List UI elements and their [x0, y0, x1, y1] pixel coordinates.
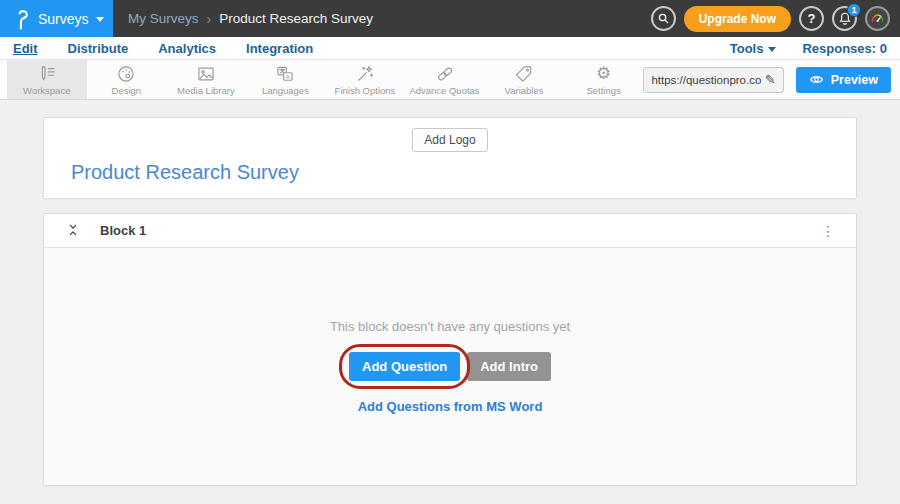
tools-label: Tools [730, 41, 764, 56]
tool-advance-quotas[interactable]: Advance Quotas [405, 60, 485, 99]
notification-badge: 1 [847, 3, 861, 17]
breadcrumb-separator-icon: › [207, 11, 212, 27]
palette-icon [116, 64, 136, 84]
tool-variables[interactable]: Variables [484, 60, 564, 99]
tool-workspace[interactable]: Workspace [7, 60, 87, 99]
block-menu-kebab-icon[interactable]: ⋮ [821, 224, 835, 238]
add-questions-from-ms-word-link[interactable]: Add Questions from MS Word [358, 399, 543, 414]
chain-link-icon [435, 64, 455, 84]
survey-tabs-bar: Edit Distribute Analytics Integration To… [0, 37, 900, 60]
block-empty-state: This block doesn't have any questions ye… [44, 248, 856, 485]
add-logo-button[interactable]: Add Logo [412, 128, 487, 152]
top-header-bar: Surveys My Surveys › Product Research Su… [0, 0, 900, 37]
editor-toolbar: Workspace Design Media Library [0, 60, 900, 100]
upgrade-now-button[interactable]: Upgrade Now [684, 6, 791, 32]
survey-url-box: ✎ [643, 67, 783, 93]
app-label: Surveys [38, 11, 89, 27]
block-header: Block 1 ⋮ [44, 214, 856, 248]
tag-icon [514, 64, 534, 84]
breadcrumb: My Surveys › Product Research Survey [128, 11, 373, 27]
edit-url-pencil-icon[interactable]: ✎ [765, 72, 776, 87]
tool-design[interactable]: Design [87, 60, 167, 99]
notifications-button[interactable]: 1 [832, 6, 857, 31]
questionpro-logo-icon [16, 8, 31, 30]
collapse-block-button[interactable] [65, 223, 81, 239]
responses-count[interactable]: Responses: 0 [802, 41, 887, 56]
help-icon: ? [808, 11, 816, 26]
tool-finish-options[interactable]: Finish Options [325, 60, 405, 99]
add-intro-button[interactable]: Add Intro [467, 352, 551, 381]
tab-analytics[interactable]: Analytics [158, 41, 216, 56]
tab-distribute[interactable]: Distribute [68, 41, 129, 56]
tab-edit[interactable]: Edit [13, 41, 38, 56]
block-name[interactable]: Block 1 [100, 223, 146, 238]
collapse-vertical-icon [66, 223, 80, 237]
survey-canvas: Add Logo Product Research Survey Block 1… [0, 100, 900, 504]
help-button[interactable]: ? [799, 6, 824, 31]
tool-settings[interactable]: ⚙ Settings [564, 60, 644, 99]
nav-right-group: Tools Responses: 0 [730, 41, 887, 56]
image-icon [196, 64, 216, 84]
tool-media-library[interactable]: Media Library [166, 60, 246, 99]
survey-url-input[interactable] [651, 74, 760, 86]
caret-down-icon [768, 47, 776, 52]
gear-icon: ⚙ [596, 64, 611, 84]
breadcrumb-current-survey: Product Research Survey [219, 11, 373, 26]
block-actions: Add Question Add Intro [349, 352, 551, 381]
caret-down-icon [96, 17, 104, 22]
surveys-product-menu[interactable]: Surveys [0, 0, 113, 37]
translate-icon: A [275, 64, 295, 84]
tool-languages[interactable]: A Languages [246, 60, 326, 99]
survey-header-card: Add Logo Product Research Survey [43, 117, 857, 199]
magic-wand-icon [355, 64, 375, 84]
breadcrumb-my-surveys[interactable]: My Surveys [128, 11, 199, 26]
search-button[interactable] [651, 6, 676, 31]
empty-block-message: This block doesn't have any questions ye… [330, 319, 570, 334]
header-actions: Upgrade Now ? 1 [651, 6, 900, 32]
eye-icon [809, 74, 824, 85]
workspace-icon [37, 64, 57, 84]
survey-title[interactable]: Product Research Survey [71, 161, 856, 184]
account-avatar[interactable] [865, 6, 890, 31]
preview-button[interactable]: Preview [796, 67, 891, 93]
tools-menu[interactable]: Tools [730, 41, 777, 56]
questionpro-app: Surveys My Surveys › Product Research Su… [0, 0, 900, 504]
add-question-button[interactable]: Add Question [349, 352, 460, 381]
tab-integration[interactable]: Integration [246, 41, 313, 56]
block-card: Block 1 ⋮ This block doesn't have any qu… [43, 213, 857, 486]
search-icon [656, 11, 671, 26]
gauge-icon [869, 10, 886, 27]
